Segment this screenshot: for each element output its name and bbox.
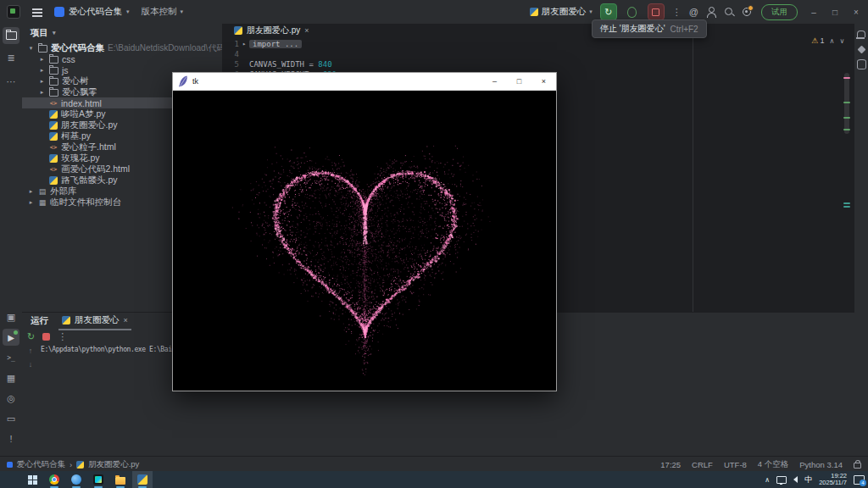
project-panel-header[interactable]: 项目 ▾: [22, 24, 222, 42]
more-actions-icon[interactable]: ⋮: [672, 7, 682, 18]
tk-titlebar[interactable]: tk – □ ×: [173, 73, 556, 91]
chevron-collapsed-icon[interactable]: ▸: [38, 78, 46, 85]
python-interpreter[interactable]: Python 3.14: [799, 460, 843, 469]
stop-tooltip-shortcut: Ctrl+F2: [670, 25, 698, 34]
main-menu-icon[interactable]: [32, 8, 42, 16]
run-tab[interactable]: 朋友圈爱心 ×: [58, 312, 131, 330]
settings-gear-icon[interactable]: [742, 7, 752, 17]
window-minimize-button[interactable]: –: [807, 8, 821, 17]
terminal-tool-icon[interactable]: ▭: [3, 410, 19, 427]
code-with-me-icon[interactable]: [706, 7, 716, 17]
taskbar-browser[interactable]: [66, 471, 86, 488]
tree-item-label: 爱心飘零: [62, 86, 97, 97]
chevron-collapsed-icon[interactable]: ▸: [38, 89, 46, 96]
chevron-collapsed-icon[interactable]: ▸: [27, 199, 35, 206]
project-selector[interactable]: 爱心代码合集 ▾: [54, 6, 130, 18]
taskbar-explorer[interactable]: [110, 471, 131, 488]
code-line[interactable]: 1▸import ...: [222, 39, 854, 49]
inspections-widget[interactable]: ⚠ 1 ∧ ∨: [811, 36, 844, 45]
stop-icon: [652, 8, 659, 16]
error-stripe-mark[interactable]: [843, 77, 850, 79]
python-file-icon: [234, 26, 242, 35]
up-arrow-icon[interactable]: ↑: [29, 347, 33, 355]
run-tool-icon[interactable]: ▶: [3, 329, 19, 346]
code-line[interactable]: 5CANVAS_WIDTH = 840: [222, 59, 854, 69]
settings-badge: [748, 5, 754, 11]
error-stripe-mark[interactable]: [843, 206, 850, 208]
tray-expand-icon[interactable]: ∧: [765, 476, 770, 484]
next-warning-icon[interactable]: ∨: [839, 37, 844, 45]
cursor-position[interactable]: 17:25: [660, 460, 681, 469]
notebook-tool-icon[interactable]: ▣: [3, 308, 19, 325]
tk-window[interactable]: tk – □ ×: [172, 72, 557, 391]
tk-maximize-button[interactable]: □: [507, 73, 531, 90]
more-actions-icon[interactable]: ⋮: [58, 331, 67, 342]
error-stripe-mark[interactable]: [843, 117, 850, 119]
ai-assistant-tool-icon[interactable]: [856, 44, 866, 54]
structure-tool-icon[interactable]: ≣: [3, 49, 19, 66]
problems-tool-icon[interactable]: !: [3, 430, 19, 447]
taskbar-chrome[interactable]: [44, 471, 64, 488]
chevron-collapsed-icon[interactable]: ▸: [38, 67, 46, 74]
code-line[interactable]: 4: [222, 49, 854, 59]
scrollbar-thumb[interactable]: [844, 73, 849, 134]
notifications-bell-icon[interactable]: [856, 29, 866, 39]
error-stripe-mark[interactable]: [843, 202, 850, 204]
tk-close-button[interactable]: ×: [531, 73, 556, 90]
folded-region[interactable]: import ...: [249, 40, 302, 48]
error-stripe-mark[interactable]: [843, 129, 850, 130]
network-icon[interactable]: [776, 476, 787, 484]
fold-arrow-icon[interactable]: ▸: [239, 39, 249, 49]
chevron-collapsed-icon[interactable]: ▸: [38, 56, 46, 63]
file-encoding[interactable]: UTF-8: [724, 460, 747, 469]
python-packages-tool-icon[interactable]: ▦: [3, 369, 19, 386]
notification-center-icon[interactable]: 4: [854, 475, 865, 485]
token: =: [309, 60, 318, 69]
services-tool-icon[interactable]: ◎: [3, 390, 19, 407]
ai-assistant-icon[interactable]: @: [689, 7, 698, 17]
python-console-tool-icon[interactable]: >_: [3, 349, 19, 366]
breadcrumb-project[interactable]: 爱心代码合集: [17, 459, 65, 470]
window-maximize-button[interactable]: □: [828, 8, 842, 17]
rerun-icon[interactable]: ↻: [27, 331, 35, 342]
volume-icon[interactable]: [793, 476, 798, 483]
tree-item[interactable]: ▾爱心代码合集 E:\BaiduNetdiskDownload\代码\爱心代码合…: [22, 42, 222, 53]
down-arrow-icon[interactable]: ↓: [29, 360, 33, 369]
tab-close-icon[interactable]: ×: [304, 26, 309, 35]
breadcrumb[interactable]: 爱心代码合集 › 朋友圈爱心.py: [0, 459, 139, 470]
folder-icon: [49, 89, 58, 97]
project-tool-icon[interactable]: [3, 27, 19, 44]
tray-clock[interactable]: 19:22 2025/11/7: [819, 473, 847, 486]
html-icon: <>: [49, 165, 58, 174]
database-tool-icon[interactable]: [856, 59, 866, 69]
rerun-button[interactable]: ↻: [600, 3, 617, 20]
chevron-collapsed-icon[interactable]: ▸: [27, 188, 35, 195]
indent-setting[interactable]: 4 个空格: [758, 459, 788, 470]
stop-icon[interactable]: [42, 333, 50, 341]
debug-button[interactable]: [625, 4, 640, 19]
window-close-button[interactable]: ×: [849, 8, 863, 17]
run-tab-close-icon[interactable]: ×: [124, 316, 128, 324]
prev-warning-icon[interactable]: ∧: [830, 37, 835, 45]
more-tools-icon[interactable]: ⋯: [3, 73, 19, 90]
error-stripe-mark[interactable]: [843, 102, 850, 103]
editor-scrollbar[interactable]: [843, 49, 851, 303]
tree-item-label: 临时文件和控制台: [50, 197, 121, 208]
tree-item[interactable]: ▸css: [22, 53, 222, 64]
taskbar-pycharm[interactable]: [88, 471, 108, 488]
readonly-lock-icon[interactable]: [854, 463, 861, 469]
stop-button[interactable]: [648, 3, 665, 20]
vcs-widget[interactable]: 版本控制 ▾: [142, 6, 184, 18]
breadcrumb-file[interactable]: 朋友圈爱心.py: [88, 459, 139, 470]
search-icon[interactable]: [724, 7, 734, 17]
trial-badge[interactable]: 试用: [761, 4, 798, 20]
chevron-expanded-icon[interactable]: ▾: [27, 45, 35, 52]
python-icon: [49, 121, 58, 130]
ime-indicator[interactable]: 中: [804, 474, 812, 485]
line-ending[interactable]: CRLF: [692, 460, 713, 469]
start-button[interactable]: [22, 471, 42, 488]
tk-minimize-button[interactable]: –: [482, 73, 507, 90]
taskbar-python-app[interactable]: [132, 471, 153, 488]
editor-tab[interactable]: 朋友圈爱心.py ×: [229, 25, 314, 36]
run-config-selector[interactable]: 朋友圈爱心 ▾: [530, 6, 593, 18]
